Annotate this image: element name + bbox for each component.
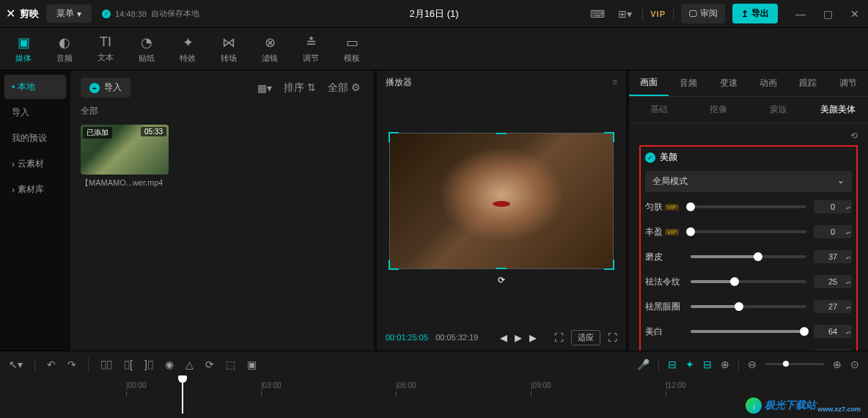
redo-button[interactable]: ↷ xyxy=(67,359,76,370)
stepper-icon[interactable]: ▴▾ xyxy=(846,230,850,235)
slider-thumb[interactable] xyxy=(686,202,695,211)
grid-view-button[interactable]: ▦▾ xyxy=(254,78,275,98)
fit-icon[interactable]: ⊙ xyxy=(850,359,859,370)
tooltab-模板[interactable]: ▭模板 xyxy=(331,28,372,70)
player-menu-icon[interactable]: ≡ xyxy=(612,77,617,87)
import-button[interactable]: + 导入 xyxy=(81,78,130,98)
props-subtab-基础[interactable]: 基础 xyxy=(629,97,689,122)
mic-icon[interactable]: 🎤 xyxy=(637,359,650,370)
playhead[interactable] xyxy=(182,378,183,414)
sort-button[interactable]: 排序 ⇅ xyxy=(281,78,319,98)
media-thumbnail[interactable]: 已添加 05:33 【MAMAMO...wer.mp4 xyxy=(81,125,169,188)
freeze-tool[interactable]: ◉ xyxy=(165,359,174,370)
beauty-checkbox[interactable]: ✓ xyxy=(645,153,655,163)
props-tab-动画[interactable]: 动画 xyxy=(749,70,788,96)
ratio-button[interactable]: 适应 xyxy=(571,330,600,345)
sidebar-item-本地[interactable]: •本地 xyxy=(4,75,66,99)
project-title[interactable]: 2月16日 (1) xyxy=(409,7,458,21)
sidebar-item-云素材[interactable]: ›云素材 xyxy=(4,152,66,176)
delete-right-tool[interactable]: ]⌷ xyxy=(144,359,153,370)
mode-select[interactable]: 全局模式⌄ xyxy=(645,171,852,192)
zoom-out-icon[interactable]: ⊖ xyxy=(748,359,757,370)
props-subtab-抠像[interactable]: 抠像 xyxy=(689,97,749,122)
slider-value[interactable]: 0▴▾ xyxy=(814,200,852,213)
play-button[interactable]: ▶ xyxy=(515,332,522,343)
slider-track[interactable] xyxy=(691,280,806,283)
preview-icon[interactable]: ⊕ xyxy=(721,359,729,370)
reset-icon[interactable]: ⟲ xyxy=(850,131,858,141)
review-button[interactable]: 🖵审阅 xyxy=(681,4,725,23)
media-category[interactable]: 全部 xyxy=(81,105,364,117)
timeline-ruler[interactable]: |00:00|03:00|06:00|09:00|12:00 xyxy=(9,381,859,396)
menu-button[interactable]: 菜单▾ xyxy=(46,4,92,23)
tooltab-滤镜[interactable]: ⊗滤镜 xyxy=(249,28,290,70)
filter-button[interactable]: 全部 ⚙ xyxy=(325,78,364,98)
crop-icon[interactable]: ⛶ xyxy=(554,332,564,343)
slider-thumb[interactable] xyxy=(735,302,743,311)
stepper-icon[interactable]: ▴▾ xyxy=(846,304,850,309)
cursor-tool[interactable]: ↖▾ xyxy=(9,359,23,370)
next-button[interactable]: ▶ xyxy=(529,332,537,343)
slider-thumb[interactable] xyxy=(730,277,739,286)
tooltab-贴纸[interactable]: ◔贴纸 xyxy=(126,28,167,70)
props-tab-变速[interactable]: 变速 xyxy=(709,70,749,96)
slider-thumb[interactable] xyxy=(686,227,695,236)
slider-value[interactable]: 64▴▾ xyxy=(814,325,852,338)
props-subtab-蒙版[interactable]: 蒙版 xyxy=(749,97,809,122)
tooltab-文本[interactable]: TI文本 xyxy=(85,28,126,70)
tooltab-特效[interactable]: ✦特效 xyxy=(167,28,208,70)
slider-thumb[interactable] xyxy=(800,327,809,336)
sidebar-item-素材库[interactable]: ›素材库 xyxy=(4,177,66,202)
link-icon[interactable]: ⊟ xyxy=(703,359,712,370)
mirror-tool[interactable]: ⟳ xyxy=(205,359,214,370)
ai-tool[interactable]: ▣ xyxy=(247,359,257,370)
props-tab-调节[interactable]: 调节 xyxy=(828,70,868,96)
minimize-button[interactable]: ― xyxy=(792,5,809,23)
zoom-in-icon[interactable]: ⊕ xyxy=(833,359,842,370)
slider-value[interactable]: 37▴▾ xyxy=(814,250,852,263)
magnet-icon[interactable]: ✦ xyxy=(685,359,694,370)
slider-value[interactable]: 25▴▾ xyxy=(814,275,852,288)
sidebar-item-我的预设[interactable]: 我的预设 xyxy=(4,126,66,150)
slider-value[interactable]: 多个值▴▾ xyxy=(814,349,852,351)
props-tab-音频[interactable]: 音频 xyxy=(669,70,708,96)
slider-value[interactable]: 0▴▾ xyxy=(814,225,852,238)
props-tab-跟踪[interactable]: 跟踪 xyxy=(788,70,828,96)
slider-track[interactable] xyxy=(691,230,806,233)
slider-value[interactable]: 27▴▾ xyxy=(814,300,852,313)
tooltab-音频[interactable]: ◐音频 xyxy=(44,28,85,70)
maximize-button[interactable]: ▢ xyxy=(820,5,836,23)
reverse-tool[interactable]: △ xyxy=(185,359,194,370)
crop-tool[interactable]: ⬚ xyxy=(226,359,235,370)
tooltab-媒体[interactable]: ▣媒体 xyxy=(3,28,44,70)
tooltab-转场[interactable]: ⋈转场 xyxy=(208,28,249,70)
vip-badge[interactable]: VIP xyxy=(650,10,666,18)
prev-button[interactable]: ◀ xyxy=(500,332,507,343)
snap-icon[interactable]: ⊟ xyxy=(668,359,677,370)
stepper-icon[interactable]: ▴▾ xyxy=(846,205,850,210)
delete-left-tool[interactable]: ⌷[ xyxy=(124,359,133,370)
undo-button[interactable]: ↶ xyxy=(47,359,56,370)
timeline[interactable]: |00:00|03:00|06:00|09:00|12:00 ↓ 极光下载站 w… xyxy=(0,377,868,418)
stepper-icon[interactable]: ▴▾ xyxy=(846,254,850,260)
props-subtab-美颜美体[interactable]: 美颜美体 xyxy=(809,97,869,122)
props-tab-画面[interactable]: 画面 xyxy=(629,70,669,96)
slider-thumb[interactable] xyxy=(754,252,762,261)
slider-track[interactable] xyxy=(691,255,806,258)
stepper-icon[interactable]: ▴▾ xyxy=(846,329,850,334)
close-button[interactable]: ✕ xyxy=(847,5,862,23)
split-tool[interactable]: ⌷⌷ xyxy=(100,359,112,370)
player-viewport[interactable]: ⟳ xyxy=(377,94,626,324)
layout-icon[interactable]: ⊞▾ xyxy=(615,5,635,23)
slider-track[interactable] xyxy=(691,205,806,208)
sidebar-item-导入[interactable]: 导入 xyxy=(4,100,66,125)
keyboard-icon[interactable]: ⌨ xyxy=(587,5,608,23)
stepper-icon[interactable]: ▴▾ xyxy=(846,279,850,285)
slider-track[interactable] xyxy=(691,330,806,333)
slider-track[interactable] xyxy=(691,305,806,308)
zoom-slider[interactable] xyxy=(765,363,824,365)
tooltab-调节[interactable]: ≛调节 xyxy=(290,28,331,70)
loop-icon[interactable]: ⟳ xyxy=(389,275,614,285)
video-frame[interactable] xyxy=(389,133,614,269)
fullscreen-icon[interactable]: ⛶ xyxy=(608,332,617,343)
